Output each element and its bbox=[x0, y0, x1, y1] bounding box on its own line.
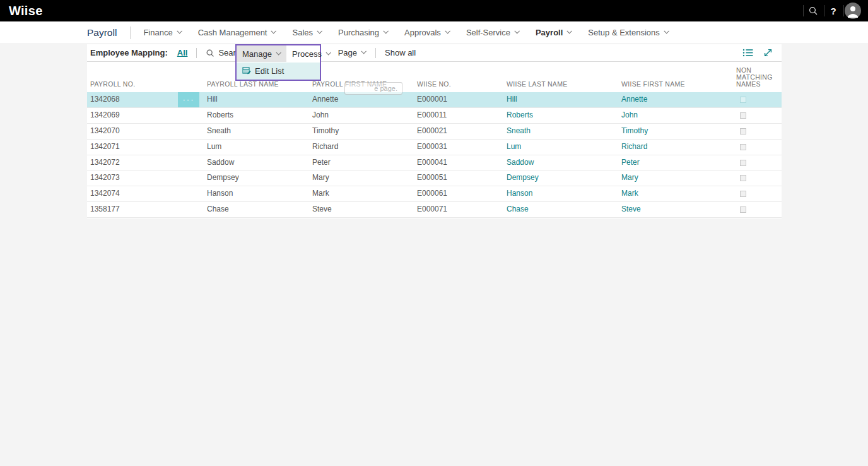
cell-wiise-first-name[interactable]: Timothy bbox=[618, 124, 733, 139]
nav-item-label: Self-Service bbox=[466, 28, 510, 37]
nav-item-setup-extensions[interactable]: Setup & Extensions bbox=[588, 28, 667, 37]
filter-all-link[interactable]: All bbox=[177, 48, 188, 57]
cell-wiise-last-name[interactable]: Hill bbox=[503, 92, 618, 107]
nav-item-label: Payroll bbox=[536, 28, 563, 37]
nav-item-finance[interactable]: Finance bbox=[143, 28, 180, 37]
cell-payroll-first-name: John bbox=[309, 108, 414, 123]
cell-payroll-first-name: Richard bbox=[309, 140, 414, 155]
nav-item-label: Setup & Extensions bbox=[588, 28, 659, 37]
column-header-wiise-no[interactable]: WIISE NO. bbox=[414, 81, 503, 92]
help-icon[interactable]: ? bbox=[826, 0, 841, 21]
search-icon bbox=[206, 49, 214, 57]
nav-item-sales[interactable]: Sales bbox=[292, 28, 321, 37]
list-view-icon[interactable] bbox=[742, 48, 753, 57]
column-header-non-matching-names[interactable]: NON MATCHING NAMES bbox=[733, 67, 782, 92]
cell-wiise-first-name[interactable]: Mark bbox=[618, 186, 733, 201]
table-row[interactable]: 1342071LumRichardE000031LumRichard bbox=[87, 140, 782, 155]
non-matching-checkbox[interactable] bbox=[740, 97, 746, 103]
cell-payroll-last-name: Roberts bbox=[204, 108, 309, 123]
chevron-down-icon bbox=[271, 28, 276, 33]
non-matching-checkbox[interactable] bbox=[740, 160, 746, 166]
cell-wiise-last-name[interactable]: Chase bbox=[503, 202, 618, 217]
nav-item-self-service[interactable]: Self-Service bbox=[466, 28, 519, 37]
nav-item-cash-management[interactable]: Cash Management bbox=[198, 28, 276, 37]
column-header-wiise-first-name[interactable]: WIISE FIRST NAME bbox=[618, 81, 733, 92]
nav-separator bbox=[130, 27, 131, 39]
cell-payroll-no: 1342072 bbox=[87, 155, 204, 170]
topbar-divider bbox=[803, 5, 804, 16]
page-menu-button[interactable]: Page bbox=[338, 48, 365, 57]
cell-payroll-no: 1342071 bbox=[87, 140, 204, 155]
cell-wiise-last-name[interactable]: Hanson bbox=[503, 186, 618, 201]
cell-payroll-last-name: Saddow bbox=[204, 155, 309, 170]
cell-non-matching-names bbox=[733, 202, 782, 217]
expand-icon[interactable] bbox=[763, 48, 773, 57]
row-context-menu-button[interactable]: ··· bbox=[178, 92, 199, 107]
cell-wiise-first-name[interactable]: Steve bbox=[618, 202, 733, 217]
nav-item-label: Finance bbox=[143, 28, 172, 37]
process-menu-button[interactable]: Process bbox=[286, 45, 336, 62]
cell-wiise-no: E000031 bbox=[414, 140, 503, 155]
cell-wiise-first-name[interactable]: Richard bbox=[618, 140, 733, 155]
table-row[interactable]: 1342069RobertsJohnE000011RobertsJohn bbox=[87, 108, 782, 124]
table-row[interactable]: 1342074HansonMarkE000061HansonMark bbox=[87, 186, 782, 202]
chevron-down-icon bbox=[384, 28, 389, 33]
table-row[interactable]: 1358177ChaseSteveE000071ChaseSteve bbox=[87, 202, 782, 218]
cell-non-matching-names bbox=[733, 140, 782, 155]
cell-payroll-no: 1358177 bbox=[87, 202, 204, 217]
cell-wiise-first-name[interactable]: Peter bbox=[618, 155, 733, 170]
column-header-payroll-last-name[interactable]: PAYROLL LAST NAME bbox=[204, 81, 309, 92]
cell-payroll-last-name: Sneath bbox=[204, 124, 309, 139]
nav-menu: FinanceCash ManagementSalesPurchasingApp… bbox=[143, 28, 667, 37]
cell-non-matching-names bbox=[733, 155, 782, 170]
column-header-wiise-last-name[interactable]: WIISE LAST NAME bbox=[503, 81, 618, 92]
edit-list-menu-item[interactable]: Edit List bbox=[242, 66, 284, 76]
chevron-down-icon bbox=[664, 28, 669, 33]
chevron-down-icon bbox=[514, 28, 519, 33]
non-matching-checkbox[interactable] bbox=[740, 128, 746, 134]
non-matching-checkbox[interactable] bbox=[740, 191, 746, 197]
page-title: Payroll bbox=[87, 27, 117, 39]
table-header-row: PAYROLL NO.PAYROLL LAST NAMEPAYROLL FIRS… bbox=[87, 62, 782, 92]
cell-wiise-last-name[interactable]: Saddow bbox=[503, 155, 618, 170]
nav-item-payroll[interactable]: Payroll bbox=[536, 28, 571, 37]
cell-wiise-first-name[interactable]: John bbox=[618, 108, 733, 123]
non-matching-checkbox[interactable] bbox=[740, 206, 746, 213]
nav-item-label: Purchasing bbox=[338, 28, 379, 37]
cell-wiise-no: E000011 bbox=[414, 108, 503, 123]
table-row[interactable]: 1342068HillAnnetteE000001HillAnnette··· bbox=[87, 92, 782, 108]
profile-icon[interactable] bbox=[844, 0, 862, 21]
cell-payroll-first-name: Mark bbox=[309, 186, 414, 201]
cell-wiise-no: E000051 bbox=[414, 170, 503, 186]
manage-menu-button[interactable]: Manage bbox=[237, 45, 286, 62]
cell-wiise-no: E000041 bbox=[414, 155, 503, 170]
cell-wiise-first-name[interactable]: Mary bbox=[618, 170, 733, 186]
non-matching-checkbox[interactable] bbox=[740, 144, 746, 150]
table-body: 1342068HillAnnetteE000001HillAnnette···1… bbox=[87, 92, 782, 218]
cell-non-matching-names bbox=[733, 92, 782, 107]
cell-wiise-last-name[interactable]: Lum bbox=[503, 140, 618, 155]
chevron-down-icon bbox=[177, 28, 182, 33]
chevron-down-icon bbox=[445, 28, 450, 33]
table-row[interactable]: 1342073DempseyMaryE000051DempseyMary bbox=[87, 170, 782, 186]
cell-payroll-no: 1342073 bbox=[87, 170, 204, 186]
column-header-payroll-no[interactable]: PAYROLL NO. bbox=[87, 81, 204, 92]
toolbar-divider bbox=[375, 48, 376, 58]
cell-non-matching-names bbox=[733, 186, 782, 201]
cell-non-matching-names bbox=[733, 170, 782, 186]
cell-wiise-no: E000021 bbox=[414, 124, 503, 139]
non-matching-checkbox[interactable] bbox=[740, 175, 746, 181]
cell-wiise-last-name[interactable]: Sneath bbox=[503, 124, 618, 139]
non-matching-checkbox[interactable] bbox=[740, 112, 746, 119]
cell-wiise-last-name[interactable]: Dempsey bbox=[503, 170, 618, 186]
cell-wiise-first-name[interactable]: Annette bbox=[618, 92, 733, 107]
nav-item-approvals[interactable]: Approvals bbox=[404, 28, 449, 37]
cell-payroll-last-name: Dempsey bbox=[204, 170, 309, 186]
cell-wiise-last-name[interactable]: Roberts bbox=[503, 108, 618, 123]
show-all-button[interactable]: Show all bbox=[385, 48, 416, 57]
nav-item-label: Approvals bbox=[404, 28, 441, 37]
table-row[interactable]: 1342072SaddowPeterE000041SaddowPeter bbox=[87, 155, 782, 171]
search-icon[interactable] bbox=[805, 0, 821, 21]
nav-item-purchasing[interactable]: Purchasing bbox=[338, 28, 387, 37]
table-row[interactable]: 1342070SneathTimothyE000021SneathTimothy bbox=[87, 124, 782, 140]
